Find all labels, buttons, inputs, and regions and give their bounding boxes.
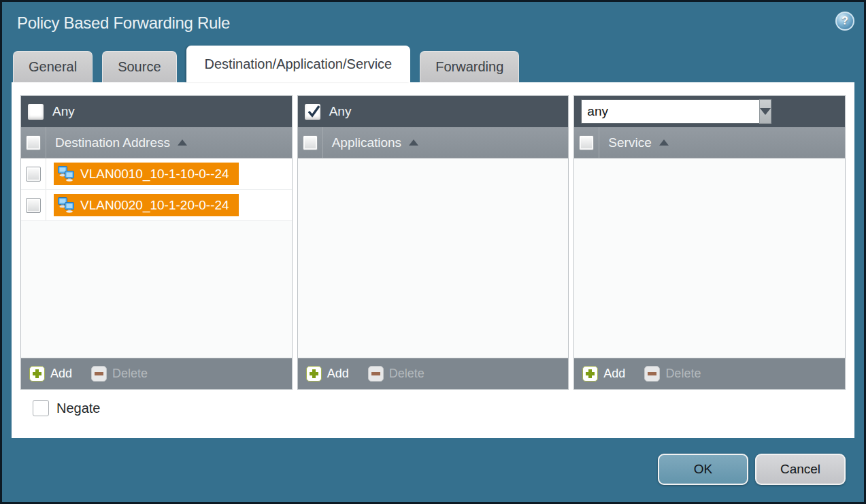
applications-footer: Add Delete [298,358,569,389]
destination-select-all-checkbox[interactable] [26,135,41,150]
negate-row: Negate [20,400,846,416]
destination-address-panel: Any Destination Address [20,95,293,390]
service-dropdown [581,99,755,124]
address-object-label: VLAN0010_10-1-10-0--24 [80,167,229,182]
delete-button[interactable]: Delete [644,366,701,382]
panels-row: Any Destination Address [20,95,846,390]
address-object-icon [57,197,75,213]
address-object-chip[interactable]: VLAN0020_10-1-20-0--24 [54,194,239,216]
cancel-button[interactable]: Cancel [755,454,846,485]
row-checkbox[interactable] [26,167,41,182]
tab-content: Any Destination Address [12,82,854,438]
dialog-title: Policy Based Forwarding Rule [17,14,230,33]
service-dropdown-input[interactable] [581,99,759,124]
applications-any-label: Any [329,104,352,119]
service-column[interactable]: Service [608,135,668,150]
service-select-all-checkbox[interactable] [579,135,594,150]
applications-panel: Any Applications Add [297,95,569,390]
delete-button[interactable]: Delete [368,366,424,382]
tab-general[interactable]: General [13,51,93,82]
delete-minus-icon [91,366,107,382]
delete-button[interactable]: Delete [91,366,148,382]
dialog-titlebar: Policy Based Forwarding Rule ? [2,2,864,46]
dialog-buttons: OK Cancel [658,454,846,485]
check-icon [305,103,322,120]
table-row[interactable]: VLAN0020_10-1-20-0--24 [21,190,292,221]
tab-forwarding[interactable]: Forwarding [420,51,519,82]
address-object-label: VLAN0020_10-1-20-0--24 [80,198,229,213]
delete-minus-icon [368,366,384,382]
negate-label: Negate [56,401,101,416]
applications-any-bar: Any [298,96,569,127]
table-row[interactable]: VLAN0010_10-1-10-0--24 [21,158,292,190]
destination-footer: Add Delete [21,358,292,389]
add-plus-icon [306,366,322,382]
sort-asc-icon [409,139,418,146]
tab-source[interactable]: Source [102,51,176,82]
service-dropdown-button[interactable] [759,99,771,124]
sort-asc-icon [659,139,669,146]
help-icon[interactable]: ? [835,12,854,31]
delete-minus-icon [644,366,660,382]
applications-grid [298,158,569,358]
add-button[interactable]: Add [29,366,72,382]
applications-any-checkbox[interactable] [305,104,320,120]
add-button[interactable]: Add [306,366,349,382]
service-panel: Service Add Delete [573,95,846,390]
chevron-down-icon [760,108,771,115]
service-grid [574,158,845,358]
ok-button[interactable]: OK [658,454,748,485]
add-button[interactable]: Add [582,366,625,382]
applications-column[interactable]: Applications [332,135,418,150]
row-checkbox[interactable] [26,198,41,213]
tab-destination-application-service[interactable]: Destination/Application/Service [186,46,411,82]
add-plus-icon [29,366,45,382]
service-footer: Add Delete [574,358,845,389]
add-plus-icon [582,366,598,382]
applications-select-all-checkbox[interactable] [303,135,318,150]
address-object-icon [57,166,75,182]
service-column-header: Service [574,127,845,158]
address-object-chip[interactable]: VLAN0010_10-1-10-0--24 [54,163,239,185]
destination-grid: VLAN0010_10-1-10-0--24 [21,158,292,358]
applications-column-header: Applications [298,127,569,158]
tab-bar: General Source Destination/Application/S… [2,46,864,82]
negate-checkbox[interactable] [33,400,49,416]
destination-any-label: Any [52,104,75,119]
sort-asc-icon [178,139,187,146]
destination-any-checkbox[interactable] [28,104,44,120]
service-dropdown-bar [574,96,845,127]
policy-based-forwarding-rule-dialog: Policy Based Forwarding Rule ? General S… [0,0,866,504]
destination-any-bar: Any [21,96,292,127]
destination-address-column[interactable]: Destination Address [55,135,187,150]
destination-column-header: Destination Address [21,127,292,158]
